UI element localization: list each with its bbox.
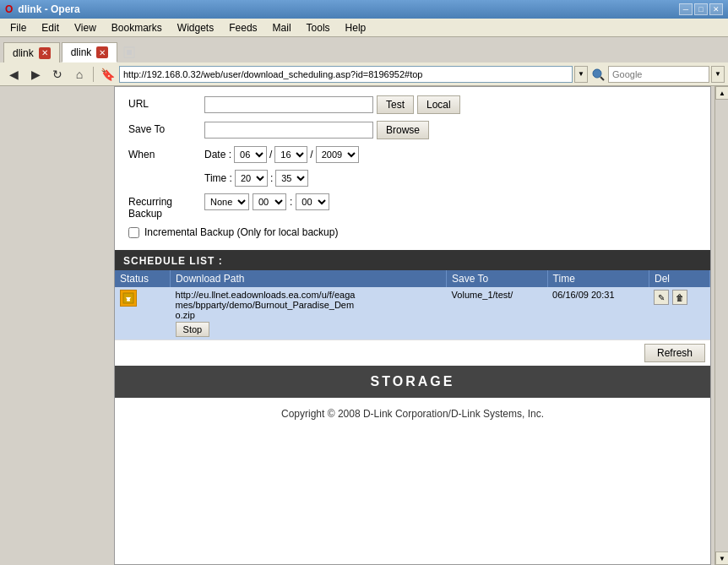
test-button[interactable]: Test — [377, 95, 414, 114]
when-label: When — [128, 146, 204, 160]
reload-button[interactable]: ↻ — [47, 65, 68, 84]
bookmark-button[interactable]: 🔖 — [97, 65, 117, 84]
tab-1-close[interactable]: ✕ — [39, 47, 51, 59]
stop-button[interactable]: Stop — [176, 322, 210, 337]
save-to-controls: Browse — [204, 121, 429, 139]
address-dropdown[interactable]: ▼ — [574, 66, 588, 83]
menu-bookmarks[interactable]: Bookmarks — [105, 20, 169, 35]
time-label: Time : — [204, 172, 232, 184]
save-to-input[interactable] — [204, 122, 373, 139]
date-area: Date : 06 / 16 / 2009 — [204, 146, 359, 163]
title-bar: O dlink - Opera ─ □ ✕ — [0, 0, 728, 19]
back-button[interactable]: ◀ — [3, 65, 24, 84]
toolbar: ◀ ▶ ↻ ⌂ 🔖 ▼ ▼ — [0, 62, 728, 86]
new-tab-button[interactable] — [119, 42, 139, 62]
svg-rect-5 — [127, 300, 130, 302]
close-window-button[interactable]: ✕ — [709, 3, 723, 15]
refresh-area: Refresh — [115, 340, 710, 366]
menu-bar: File Edit View Bookmarks Widgets Feeds M… — [0, 19, 728, 37]
storage-label: STORAGE — [371, 374, 455, 388]
url-label: URL — [128, 95, 204, 110]
search-input[interactable] — [608, 66, 709, 83]
date-day-select[interactable]: 16 — [274, 146, 307, 163]
recurring-row: Recurring Backup None 00 : 00 — [128, 193, 697, 220]
time-hour-select[interactable]: 20 — [235, 170, 268, 187]
table-row: http://eu.llnet.eadownloads.ea.com/u/f/e… — [115, 287, 710, 340]
right-panel: ▲ ▼ — [711, 86, 728, 565]
search-engine-icon[interactable] — [589, 66, 606, 83]
edit-icon[interactable]: ✎ — [654, 290, 669, 305]
date-label: Date : — [204, 149, 231, 160]
recurring-type-select[interactable]: None — [204, 193, 249, 210]
opera-logo: O — [5, 3, 13, 15]
menu-tools[interactable]: Tools — [300, 20, 337, 35]
col-download-path: Download Path — [171, 270, 447, 287]
url-input[interactable] — [204, 96, 373, 113]
address-input[interactable] — [119, 66, 573, 83]
local-button[interactable]: Local — [417, 95, 460, 114]
menu-edit[interactable]: Edit — [35, 20, 66, 35]
col-save-to: Save To — [447, 270, 548, 287]
svg-line-2 — [600, 77, 604, 80]
col-time: Time — [547, 270, 649, 287]
url-controls: Test Local — [204, 95, 460, 114]
toolbar-separator — [93, 67, 94, 82]
scrollbar-up-button[interactable]: ▲ — [715, 86, 728, 100]
recurring-h-select[interactable]: 00 — [253, 193, 286, 210]
menu-widgets[interactable]: Widgets — [171, 20, 220, 35]
time-area: Time : 20 : 35 — [204, 170, 359, 187]
tab-bar: dlink ✕ dlink ✕ — [0, 37, 728, 62]
menu-feeds[interactable]: Feeds — [222, 20, 263, 35]
browse-button[interactable]: Browse — [377, 121, 429, 139]
download-status-icon — [120, 290, 137, 307]
when-controls: Date : 06 / 16 / 2009 — [204, 146, 359, 187]
home-button[interactable]: ⌂ — [69, 65, 90, 84]
tab-1-label: dlink — [13, 47, 34, 59]
save-to-label: Save To — [128, 121, 204, 135]
recurring-m-select[interactable]: 00 — [296, 193, 329, 210]
time-min-select[interactable]: 35 — [275, 170, 308, 187]
row-status — [115, 287, 171, 340]
date-year-select[interactable]: 2009 — [316, 146, 359, 163]
col-status: Status — [115, 270, 171, 287]
delete-icon[interactable]: 🗑 — [672, 290, 687, 305]
col-del: Del — [649, 270, 709, 287]
incremental-label: Incremental Backup (Only for local backu… — [144, 226, 338, 238]
tab-2-label: dlink — [71, 46, 92, 58]
when-row: When Date : 06 / 16 / 2009 — [128, 146, 697, 187]
scrollbar-down-button[interactable]: ▼ — [715, 551, 728, 565]
time-colon: : — [270, 172, 273, 184]
menu-mail[interactable]: Mail — [266, 20, 298, 35]
address-bar: ▼ — [119, 66, 588, 83]
menu-file[interactable]: File — [3, 20, 33, 35]
incremental-row: Incremental Backup (Only for local backu… — [128, 226, 697, 238]
menu-help[interactable]: Help — [339, 20, 373, 35]
url-row: URL Test Local — [128, 95, 697, 114]
schedule-section: SCHEDULE LIST : Status Download Path Sav… — [115, 250, 710, 366]
tab-1[interactable]: dlink ✕ — [3, 42, 60, 62]
menu-view[interactable]: View — [68, 20, 103, 35]
copyright-text: Copyright © 2008 D-Link Corporation/D-Li… — [281, 408, 544, 420]
form-area: URL Test Local Save To Browse When — [115, 87, 710, 247]
save-to-row: Save To Browse — [128, 121, 697, 139]
search-dropdown[interactable]: ▼ — [711, 66, 725, 83]
window-controls: ─ □ ✕ — [679, 3, 723, 15]
svg-point-1 — [593, 69, 601, 78]
recurring-label: Recurring Backup — [128, 193, 204, 220]
tab-2[interactable]: dlink ✕ — [62, 42, 118, 62]
row-save-to: Volume_1/test/ — [447, 287, 548, 340]
tab-2-close[interactable]: ✕ — [96, 46, 108, 58]
forward-button[interactable]: ▶ — [25, 65, 46, 84]
row-time: 06/16/09 20:31 — [547, 287, 649, 340]
center-panel: URL Test Local Save To Browse When — [114, 86, 711, 565]
refresh-button[interactable]: Refresh — [644, 344, 705, 362]
maximize-button[interactable]: □ — [694, 3, 708, 15]
date-month-select[interactable]: 06 — [234, 146, 267, 163]
storage-footer: STORAGE — [115, 366, 710, 398]
minimize-button[interactable]: ─ — [679, 3, 693, 15]
schedule-header: SCHEDULE LIST : — [115, 252, 710, 270]
incremental-checkbox[interactable] — [128, 227, 139, 238]
date-slash1: / — [269, 149, 272, 160]
schedule-table: Status Download Path Save To Time Del — [115, 270, 710, 340]
date-slash2: / — [310, 149, 312, 160]
